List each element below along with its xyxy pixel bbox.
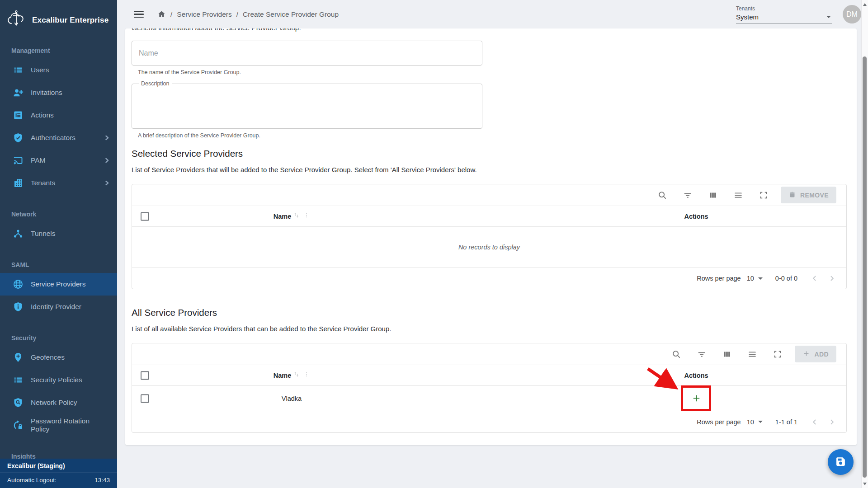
pagination-range: 1-1 of 1 xyxy=(775,418,797,426)
menu-toggle-button[interactable] xyxy=(134,11,144,18)
column-header-name: Name xyxy=(274,213,292,220)
sidebar-item-label: Authenticators xyxy=(31,134,75,142)
list-icon xyxy=(13,375,24,385)
add-button[interactable]: ADD xyxy=(795,346,836,362)
description-label: Description xyxy=(139,80,172,87)
scroll-down-arrow[interactable] xyxy=(862,483,868,485)
previous-page-button[interactable] xyxy=(810,418,819,427)
breadcrumb-separator: / xyxy=(236,10,238,19)
sidebar-item-authenticators[interactable]: Authenticators xyxy=(0,127,117,149)
tenant-select[interactable]: System xyxy=(736,12,832,23)
all-providers-table: ADD Name Actions Vladka Rows per page 10 xyxy=(132,343,847,433)
select-all-checkbox[interactable] xyxy=(141,212,149,221)
density-icon[interactable] xyxy=(726,186,751,204)
map-pin-plus-icon xyxy=(13,352,24,363)
density-icon[interactable] xyxy=(740,345,765,363)
topbar: / Service Providers / Create Service Pro… xyxy=(117,0,861,28)
filter-icon[interactable] xyxy=(689,345,714,363)
table-toolbar: ADD xyxy=(132,343,846,365)
page-scrollbar xyxy=(861,0,868,488)
sort-icon[interactable] xyxy=(293,371,300,380)
sidebar-item-pam[interactable]: PAM xyxy=(0,149,117,172)
table-pagination: Rows per page 10 1-1 of 1 xyxy=(132,411,846,432)
breadcrumb-item-current: Create Service Provider Group xyxy=(243,10,339,19)
section-label-security: Security xyxy=(11,334,117,342)
name-helper-text: The name of the Service Provider Group. xyxy=(138,69,847,75)
next-page-button[interactable] xyxy=(827,418,836,427)
sort-icon[interactable] xyxy=(293,212,300,221)
sidebar-item-tunnels[interactable]: Tunnels xyxy=(0,222,117,245)
rows-per-page-label: Rows per page xyxy=(697,275,741,282)
column-menu-icon[interactable] xyxy=(303,212,310,221)
columns-icon[interactable] xyxy=(714,345,740,363)
tenant-selected-value: System xyxy=(736,13,759,21)
search-icon[interactable] xyxy=(664,345,689,363)
search-icon[interactable] xyxy=(650,186,675,204)
sidebar-item-security-policies[interactable]: Security Policies xyxy=(0,369,117,391)
avatar[interactable]: DM xyxy=(843,5,861,23)
tenant-select-block: Tenants System xyxy=(736,5,832,23)
sidebar-item-label: Users xyxy=(31,66,49,74)
remove-button[interactable]: REMOVE xyxy=(781,187,836,203)
form-intro-text: General information about the Service Pr… xyxy=(132,28,847,32)
pagination-range: 0-0 of 0 xyxy=(775,275,797,282)
sidebar-item-service-providers[interactable]: Service Providers xyxy=(0,273,117,296)
hub-icon xyxy=(13,228,24,239)
person-add-icon xyxy=(13,87,24,98)
all-providers-title: All Service Providers xyxy=(132,307,847,318)
columns-icon[interactable] xyxy=(700,186,726,204)
empty-state-text: No records to display xyxy=(132,227,846,267)
scroll-up-arrow[interactable] xyxy=(862,3,868,6)
row-checkbox[interactable] xyxy=(141,394,149,403)
selected-providers-title: Selected Service Providers xyxy=(132,148,847,159)
next-page-button[interactable] xyxy=(827,274,836,283)
chevron-right-icon xyxy=(105,135,109,141)
breadcrumb-item-service-providers[interactable]: Service Providers xyxy=(177,10,231,19)
previous-page-button[interactable] xyxy=(810,274,819,283)
sidebar-item-password-rotation-policy[interactable]: Password Rotation Policy xyxy=(0,414,117,436)
add-row-button[interactable] xyxy=(691,393,702,404)
column-header-actions: Actions xyxy=(669,206,723,226)
sidebar-item-label: Security Policies xyxy=(31,376,82,384)
sidebar-item-identity-provider[interactable]: Identity Provider xyxy=(0,296,117,318)
cell-name: Vladka xyxy=(253,386,330,411)
filter-icon[interactable] xyxy=(675,186,700,204)
save-fab-button[interactable] xyxy=(828,449,854,475)
shield-check-icon xyxy=(13,132,24,143)
sidebar-item-tenants[interactable]: Tenants xyxy=(0,172,117,194)
cell-actions xyxy=(669,386,723,411)
sidebar-item-geofences[interactable]: Geofences xyxy=(0,346,117,369)
auto-logout-label: Automatic Logout: xyxy=(7,477,57,483)
trash-icon xyxy=(788,191,796,200)
rows-per-page-select[interactable]: 10 xyxy=(747,275,763,282)
sidebar-item-invitations[interactable]: Invitations xyxy=(0,81,117,104)
scrollbar-thumb[interactable] xyxy=(863,56,867,478)
building-icon xyxy=(13,178,24,188)
sidebar-item-network-policy[interactable]: Network Policy xyxy=(0,391,117,414)
column-menu-icon[interactable] xyxy=(303,371,310,380)
sidebar-item-users[interactable]: Users xyxy=(0,59,117,81)
environment-name: Excalibur (Staging) xyxy=(0,459,117,473)
fullscreen-icon[interactable] xyxy=(751,186,776,204)
section-label-management: Management xyxy=(11,47,117,54)
auto-logout-timer: 13:43 xyxy=(94,477,110,483)
home-icon[interactable] xyxy=(157,10,166,19)
shield-search-icon xyxy=(13,397,24,408)
chevron-down-icon xyxy=(758,421,763,423)
rows-per-page-select[interactable]: 10 xyxy=(747,418,763,426)
sidebar-item-label: Geofences xyxy=(31,353,65,361)
fullscreen-icon[interactable] xyxy=(765,345,790,363)
table-header-row: Name Actions xyxy=(132,365,846,386)
chevron-right-icon xyxy=(105,158,109,163)
description-textarea[interactable] xyxy=(136,88,478,123)
selected-providers-table: REMOVE Name Actions No records to displa… xyxy=(132,184,847,289)
name-input[interactable] xyxy=(132,41,482,66)
section-label-saml: SAML xyxy=(11,261,117,268)
shield-info-icon xyxy=(13,301,24,312)
select-all-checkbox[interactable] xyxy=(141,371,149,380)
list-icon xyxy=(13,65,24,75)
sidebar-item-label: Tunnels xyxy=(31,230,56,238)
chevron-right-icon xyxy=(105,180,109,186)
table-header-row: Name Actions xyxy=(132,206,846,227)
sidebar-item-actions[interactable]: Actions xyxy=(0,104,117,127)
